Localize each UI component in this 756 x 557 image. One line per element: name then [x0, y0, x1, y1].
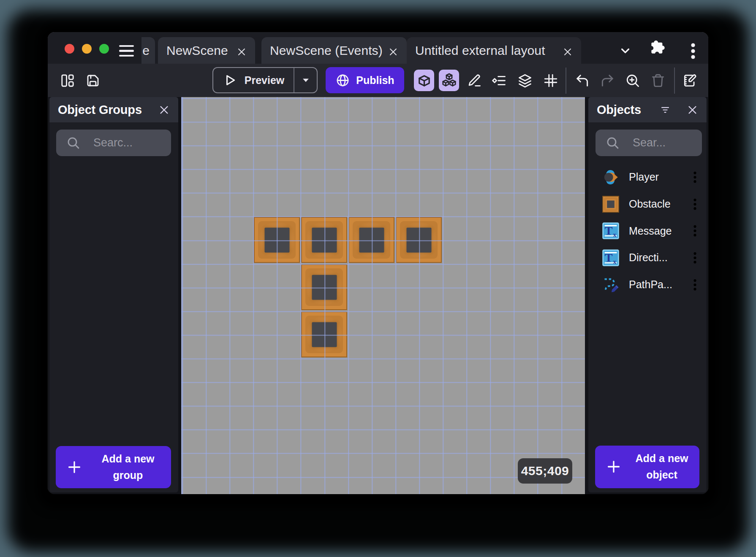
add-group-button[interactable]: Add a new group: [56, 446, 171, 488]
add-object-label: Add a new object: [624, 450, 699, 483]
layout-panels-icon[interactable]: [60, 73, 75, 88]
close-window-button[interactable]: [65, 44, 74, 54]
puzzle-icon[interactable]: [649, 39, 666, 56]
kebab-icon[interactable]: [693, 252, 697, 264]
cubes-icon[interactable]: [439, 70, 459, 91]
trash-icon[interactable]: [650, 73, 666, 88]
toolbar-separator: [674, 68, 675, 94]
chevron-down-icon[interactable]: [619, 45, 631, 56]
cube-icon[interactable]: [414, 70, 434, 91]
preview-label-group: Preview: [213, 73, 294, 88]
minimize-window-button[interactable]: [82, 44, 92, 54]
tab-strip: e NewScene NewScene (Events) Untitled ex…: [141, 37, 623, 64]
titlebar: e NewScene NewScene (Events) Untitled ex…: [48, 32, 708, 64]
objects-search-input[interactable]: [633, 136, 691, 149]
globe-icon: [335, 73, 350, 88]
svg-text:T: T: [605, 224, 613, 237]
tab-label: NewScene (Events): [270, 43, 383, 58]
layers-icon[interactable]: [517, 73, 533, 88]
add-group-label: Add a new group: [85, 451, 171, 484]
filter-icon[interactable]: [660, 104, 670, 116]
cursor-coordinates-badge: 455;409: [518, 458, 572, 484]
obstacle-icon: [602, 196, 619, 213]
undo-icon[interactable]: [574, 73, 590, 88]
instances-list-icon[interactable]: [492, 73, 507, 88]
close-tab-icon[interactable]: [388, 46, 398, 56]
object-row[interactable]: PathPa...: [588, 271, 707, 298]
tab-newscene-events-[interactable]: NewScene (Events): [261, 37, 407, 64]
close-icon[interactable]: [687, 104, 698, 116]
redo-icon[interactable]: [600, 73, 615, 88]
kebab-icon[interactable]: [693, 198, 697, 210]
plus-icon: [606, 460, 621, 474]
tab-overflow-label: e: [142, 43, 150, 58]
player-icon: [602, 169, 619, 186]
close-tab-icon[interactable]: [563, 46, 573, 56]
add-object-label-2: object: [646, 469, 677, 481]
object-groups-panel: Object Groups Add a new group: [49, 97, 178, 492]
object-row[interactable]: Tx Message: [588, 217, 707, 244]
preview-dropdown-button[interactable]: [294, 74, 317, 87]
content-area: Object Groups Add a new group 455;409: [49, 97, 707, 492]
plus-icon: [67, 460, 82, 474]
toolbar: Preview Publish: [48, 64, 708, 97]
notebook-edit-icon[interactable]: [682, 73, 697, 88]
add-group-label-2: group: [113, 469, 143, 481]
tab-label: Untitled external layout: [415, 43, 545, 58]
pen-line-icon[interactable]: [467, 73, 482, 88]
kebab-icon[interactable]: [693, 171, 697, 183]
add-object-button[interactable]: Add a new object: [595, 446, 699, 488]
tab-newscene[interactable]: NewScene: [158, 37, 255, 64]
grid-icon[interactable]: [543, 73, 558, 88]
objects-search[interactable]: [596, 130, 702, 156]
titlebar-right-icons: [607, 32, 708, 64]
dropdown-arrow-icon: [299, 74, 312, 87]
menu-hamburger-icon[interactable]: [119, 45, 134, 57]
play-icon: [223, 73, 238, 88]
object-label: Obstacle: [629, 198, 671, 210]
svg-text:x: x: [613, 258, 617, 265]
objects-panel: Objects Player Obstacle Tx Message Tx Di…: [588, 97, 707, 492]
add-group-label-1: Add a new: [101, 453, 154, 465]
add-object-label-1: Add a new: [635, 452, 688, 464]
path-icon: [602, 276, 619, 293]
preview-split-divider: [294, 68, 294, 92]
object-groups-header: Object Groups: [49, 97, 178, 122]
scene-canvas[interactable]: 455;409: [181, 97, 585, 494]
object-groups-search[interactable]: [56, 130, 171, 156]
zoom-window-button[interactable]: [99, 44, 109, 54]
object-label: Player: [629, 171, 659, 183]
preview-button[interactable]: Preview: [212, 67, 318, 93]
search-icon: [66, 136, 80, 150]
object-row[interactable]: Obstacle: [588, 191, 707, 218]
object-row[interactable]: Tx Directi...: [588, 244, 707, 271]
text-object-icon: Tx: [602, 249, 619, 266]
object-groups-title: Object Groups: [58, 103, 142, 117]
object-groups-search-input[interactable]: [93, 136, 157, 149]
object-row[interactable]: Player: [588, 164, 707, 191]
zoom-in-icon[interactable]: [625, 73, 640, 88]
tab-label: NewScene: [166, 43, 228, 58]
close-tab-icon[interactable]: [237, 46, 247, 56]
close-icon[interactable]: [158, 104, 170, 116]
kebab-icon[interactable]: [693, 279, 697, 291]
toolbar-separator: [566, 68, 566, 94]
publish-label: Publish: [356, 74, 394, 87]
kebab-icon[interactable]: [691, 43, 695, 59]
save-icon[interactable]: [85, 73, 101, 88]
objects-title: Objects: [597, 103, 641, 117]
object-label: PathPa...: [629, 278, 672, 291]
objects-header: Objects: [588, 97, 707, 122]
grid-overlay: [181, 97, 585, 494]
object-label: Directi...: [629, 251, 668, 264]
app-window: e NewScene NewScene (Events) Untitled ex…: [48, 32, 708, 494]
preview-label: Preview: [245, 74, 285, 87]
objects-list: Player Obstacle Tx Message Tx Directi...…: [588, 164, 707, 298]
svg-text:T: T: [605, 251, 613, 264]
kebab-icon[interactable]: [693, 225, 697, 237]
tab-overflow[interactable]: e: [141, 37, 155, 64]
publish-button[interactable]: Publish: [326, 67, 404, 93]
text-object-icon: Tx: [602, 222, 619, 239]
svg-text:x: x: [613, 231, 617, 238]
tab-untitled-external-layout[interactable]: Untitled external layout: [407, 37, 581, 64]
